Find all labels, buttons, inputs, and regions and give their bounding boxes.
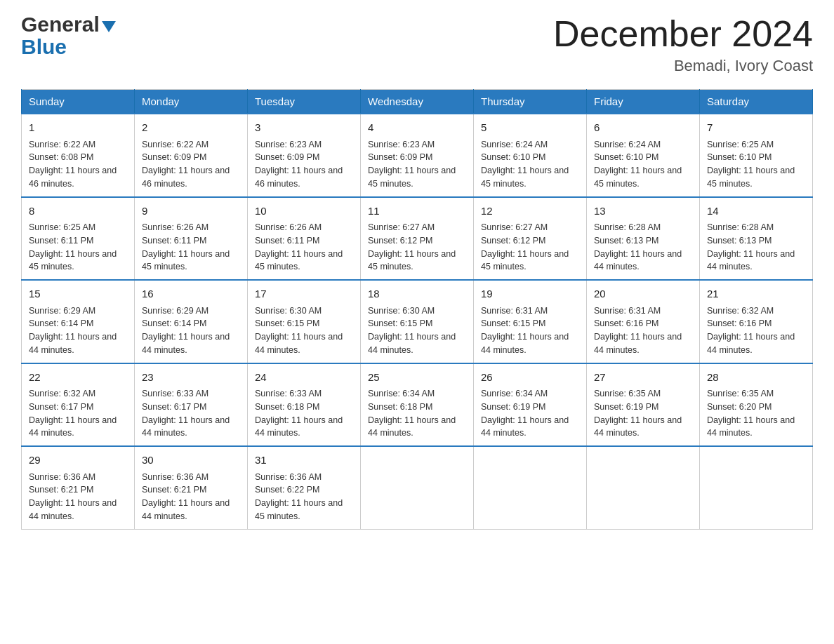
calendar-table: SundayMondayTuesdayWednesdayThursdayFrid… xyxy=(21,89,813,530)
sunset-text: Sunset: 6:18 PM xyxy=(255,402,319,412)
title-block: December 2024 Bemadi, Ivory Coast xyxy=(553,14,813,75)
calendar-cell xyxy=(474,446,587,529)
daylight-text: Daylight: 11 hours and 44 minutes. xyxy=(142,332,230,355)
calendar-cell: 1Sunrise: 6:22 AMSunset: 6:08 PMDaylight… xyxy=(22,114,135,197)
daylight-text: Daylight: 11 hours and 45 minutes. xyxy=(142,249,230,272)
daylight-text: Daylight: 11 hours and 44 minutes. xyxy=(142,415,230,438)
calendar-cell: 16Sunrise: 6:29 AMSunset: 6:14 PMDayligh… xyxy=(135,280,248,363)
calendar-cell: 4Sunrise: 6:23 AMSunset: 6:09 PMDaylight… xyxy=(361,114,474,197)
sunset-text: Sunset: 6:11 PM xyxy=(142,236,206,246)
daylight-text: Daylight: 11 hours and 44 minutes. xyxy=(481,332,569,355)
sunset-text: Sunset: 6:20 PM xyxy=(707,402,772,412)
daylight-text: Daylight: 11 hours and 44 minutes. xyxy=(29,332,117,355)
calendar-cell: 5Sunrise: 6:24 AMSunset: 6:10 PMDaylight… xyxy=(474,114,587,197)
sunset-text: Sunset: 6:16 PM xyxy=(594,318,658,328)
calendar-cell: 15Sunrise: 6:29 AMSunset: 6:14 PMDayligh… xyxy=(22,280,135,363)
sunset-text: Sunset: 6:22 PM xyxy=(255,485,319,495)
calendar-week-row: 1Sunrise: 6:22 AMSunset: 6:08 PMDaylight… xyxy=(22,114,813,197)
sunrise-text: Sunrise: 6:35 AM xyxy=(707,389,774,398)
sunset-text: Sunset: 6:15 PM xyxy=(255,318,319,328)
sunrise-text: Sunrise: 6:23 AM xyxy=(255,140,322,149)
daylight-text: Daylight: 11 hours and 46 minutes. xyxy=(255,166,343,189)
day-number: 4 xyxy=(368,120,466,136)
day-number: 13 xyxy=(594,203,692,220)
calendar-header-wednesday: Wednesday xyxy=(361,90,474,114)
calendar-cell: 22Sunrise: 6:32 AMSunset: 6:17 PMDayligh… xyxy=(22,363,135,447)
day-number: 12 xyxy=(481,203,579,220)
sunset-text: Sunset: 6:19 PM xyxy=(594,402,658,412)
sunset-text: Sunset: 6:10 PM xyxy=(481,152,545,162)
sunset-text: Sunset: 6:09 PM xyxy=(368,152,432,162)
calendar-body: 1Sunrise: 6:22 AMSunset: 6:08 PMDaylight… xyxy=(22,114,813,529)
day-number: 30 xyxy=(142,452,240,469)
day-number: 24 xyxy=(255,370,353,386)
calendar-header-monday: Monday xyxy=(135,90,248,114)
sunrise-text: Sunrise: 6:25 AM xyxy=(707,140,774,149)
day-number: 3 xyxy=(255,120,353,136)
daylight-text: Daylight: 11 hours and 44 minutes. xyxy=(255,415,343,438)
calendar-cell: 7Sunrise: 6:25 AMSunset: 6:10 PMDaylight… xyxy=(700,114,813,197)
day-number: 7 xyxy=(707,120,805,136)
daylight-text: Daylight: 11 hours and 44 minutes. xyxy=(594,415,682,438)
sunset-text: Sunset: 6:17 PM xyxy=(29,402,93,412)
daylight-text: Daylight: 11 hours and 46 minutes. xyxy=(29,166,117,189)
sunset-text: Sunset: 6:19 PM xyxy=(481,402,545,412)
calendar-cell: 28Sunrise: 6:35 AMSunset: 6:20 PMDayligh… xyxy=(700,363,813,447)
sunset-text: Sunset: 6:18 PM xyxy=(368,402,432,412)
calendar-cell: 24Sunrise: 6:33 AMSunset: 6:18 PMDayligh… xyxy=(248,363,361,447)
sunrise-text: Sunrise: 6:24 AM xyxy=(594,140,661,149)
sunrise-text: Sunrise: 6:31 AM xyxy=(594,306,661,316)
daylight-text: Daylight: 11 hours and 44 minutes. xyxy=(594,249,682,272)
calendar-cell: 18Sunrise: 6:30 AMSunset: 6:15 PMDayligh… xyxy=(361,280,474,363)
sunrise-text: Sunrise: 6:31 AM xyxy=(481,306,548,316)
day-number: 16 xyxy=(142,286,240,302)
sunrise-text: Sunrise: 6:32 AM xyxy=(707,306,774,316)
day-number: 5 xyxy=(481,120,579,136)
sunset-text: Sunset: 6:13 PM xyxy=(594,236,658,246)
calendar-cell: 21Sunrise: 6:32 AMSunset: 6:16 PMDayligh… xyxy=(700,280,813,363)
day-number: 2 xyxy=(142,120,240,136)
calendar-week-row: 8Sunrise: 6:25 AMSunset: 6:11 PMDaylight… xyxy=(22,197,813,281)
sunrise-text: Sunrise: 6:34 AM xyxy=(368,389,435,398)
day-number: 15 xyxy=(29,286,127,302)
day-number: 31 xyxy=(255,452,353,469)
calendar-subtitle: Bemadi, Ivory Coast xyxy=(553,57,813,75)
calendar-header-friday: Friday xyxy=(587,90,700,114)
calendar-title: December 2024 xyxy=(553,14,813,54)
day-number: 25 xyxy=(368,370,466,386)
daylight-text: Daylight: 11 hours and 45 minutes. xyxy=(255,249,343,272)
calendar-header-tuesday: Tuesday xyxy=(248,90,361,114)
sunset-text: Sunset: 6:13 PM xyxy=(707,236,772,246)
calendar-cell: 23Sunrise: 6:33 AMSunset: 6:17 PMDayligh… xyxy=(135,363,248,447)
calendar-cell: 11Sunrise: 6:27 AMSunset: 6:12 PMDayligh… xyxy=(361,197,474,281)
sunrise-text: Sunrise: 6:34 AM xyxy=(481,389,548,398)
calendar-cell: 10Sunrise: 6:26 AMSunset: 6:11 PMDayligh… xyxy=(248,197,361,281)
sunrise-text: Sunrise: 6:36 AM xyxy=(29,472,95,482)
daylight-text: Daylight: 11 hours and 45 minutes. xyxy=(594,166,682,189)
daylight-text: Daylight: 11 hours and 45 minutes. xyxy=(481,166,569,189)
day-number: 10 xyxy=(255,203,353,220)
sunset-text: Sunset: 6:12 PM xyxy=(481,236,545,246)
sunset-text: Sunset: 6:17 PM xyxy=(142,402,206,412)
sunset-text: Sunset: 6:11 PM xyxy=(255,236,319,246)
daylight-text: Daylight: 11 hours and 44 minutes. xyxy=(481,415,569,438)
calendar-cell: 29Sunrise: 6:36 AMSunset: 6:21 PMDayligh… xyxy=(22,446,135,529)
daylight-text: Daylight: 11 hours and 44 minutes. xyxy=(368,332,456,355)
calendar-cell: 19Sunrise: 6:31 AMSunset: 6:15 PMDayligh… xyxy=(474,280,587,363)
calendar-cell: 8Sunrise: 6:25 AMSunset: 6:11 PMDaylight… xyxy=(22,197,135,281)
sunset-text: Sunset: 6:14 PM xyxy=(142,318,206,328)
logo-blue: Blue xyxy=(21,36,67,58)
sunset-text: Sunset: 6:15 PM xyxy=(368,318,432,328)
sunrise-text: Sunrise: 6:36 AM xyxy=(255,472,322,482)
sunrise-text: Sunrise: 6:28 AM xyxy=(594,222,661,232)
sunset-text: Sunset: 6:15 PM xyxy=(481,318,545,328)
day-number: 8 xyxy=(29,203,127,220)
sunrise-text: Sunrise: 6:27 AM xyxy=(368,222,435,232)
logo-triangle-icon xyxy=(102,21,116,32)
calendar-cell: 12Sunrise: 6:27 AMSunset: 6:12 PMDayligh… xyxy=(474,197,587,281)
calendar-cell: 6Sunrise: 6:24 AMSunset: 6:10 PMDaylight… xyxy=(587,114,700,197)
day-number: 18 xyxy=(368,286,466,302)
sunrise-text: Sunrise: 6:30 AM xyxy=(368,306,435,316)
calendar-cell: 25Sunrise: 6:34 AMSunset: 6:18 PMDayligh… xyxy=(361,363,474,447)
day-number: 14 xyxy=(707,203,805,220)
